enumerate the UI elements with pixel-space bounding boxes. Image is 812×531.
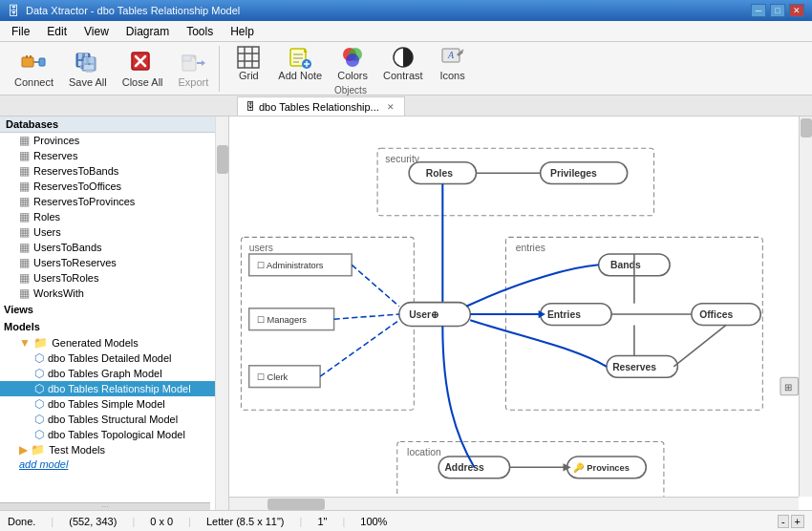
models-label: Models [4, 321, 40, 332]
save-all-button[interactable]: Save All [62, 48, 114, 90]
tab-close-button[interactable]: ✕ [387, 102, 395, 112]
contrast-button[interactable]: Contrast [376, 42, 430, 84]
grid-icon [235, 45, 262, 70]
svg-marker-22 [202, 60, 205, 66]
model-icon: ⬡ [34, 367, 44, 380]
item-label: dbo Tables Graph Model [48, 368, 162, 379]
folder-icon: ▼ 📁 [19, 336, 48, 350]
table-icon: ▦ [19, 271, 30, 285]
add-model-link[interactable]: add model [0, 457, 228, 471]
svg-text:☐ Clerk: ☐ Clerk [257, 372, 288, 382]
item-label: UsersToReserves [33, 257, 117, 268]
maximize-button[interactable]: □ [770, 4, 785, 17]
connect-icon [20, 50, 47, 76]
zoom-out-button[interactable]: - [778, 515, 789, 528]
scrollbar-thumb[interactable] [217, 145, 228, 174]
svg-text:🔑 Provinces: 🔑 Provinces [573, 462, 630, 474]
sidebar-item-dbo-relationship[interactable]: ⬡ dbo Tables Relationship Model [0, 381, 228, 396]
test-models-label: Test Models [49, 444, 105, 456]
sidebar-item-users[interactable]: ▦ Users [0, 224, 228, 240]
sidebar-item-reserves[interactable]: ▦ Reserves [0, 148, 228, 163]
vscrollbar-thumb[interactable] [801, 118, 812, 138]
diagram-vscrollbar[interactable] [799, 117, 812, 497]
svg-rect-1 [26, 55, 28, 58]
tab-dbo-rel[interactable]: 🗄 dbo Tables Relationship... ✕ [237, 96, 405, 116]
svg-text:Address: Address [444, 462, 484, 473]
status-message: Done. [8, 516, 35, 527]
icons-button[interactable]: A Icons [432, 42, 474, 84]
close-all-button[interactable]: Close All [116, 48, 170, 90]
svg-text:Entries: Entries [547, 309, 581, 320]
menu-diagram[interactable]: Diagram [118, 23, 177, 40]
diagram-hscrollbar[interactable] [229, 497, 799, 510]
menu-help[interactable]: Help [223, 23, 262, 40]
sidebar-resize-handle[interactable]: ⋯ [0, 502, 210, 510]
sidebar-item-reserves-to-provinces[interactable]: ▦ ReservesToProvinces [0, 194, 228, 209]
item-label: dbo Tables Simple Model [48, 398, 165, 410]
svg-text:Bands: Bands [610, 260, 641, 270]
svg-rect-0 [22, 57, 33, 67]
table-icon: ▦ [19, 225, 30, 239]
colors-icon [339, 45, 366, 70]
menu-bar: File Edit View Diagram Tools Help [0, 21, 812, 42]
model-icon: ⬡ [34, 382, 44, 395]
save-icon [75, 50, 101, 76]
table-icon: ▦ [19, 195, 30, 208]
svg-text:users: users [249, 243, 273, 253]
sidebar-item-workswith[interactable]: ▦ WorksWith [0, 286, 228, 301]
diagram-area: security users entries location Roles Pr… [229, 117, 812, 510]
generated-models-group[interactable]: ▼ 📁 Generated Models [0, 335, 228, 350]
connect-label: Connect [14, 76, 53, 88]
export-icon [180, 50, 206, 76]
status-scale: 1" [317, 516, 327, 527]
add-note-button[interactable]: Add Note [271, 42, 329, 84]
toolbar: Connect Save All [0, 42, 812, 96]
sidebar-item-dbo-simple[interactable]: ⬡ dbo Tables Simple Model [0, 396, 228, 412]
sidebar-item-dbo-structural[interactable]: ⬡ dbo Tables Structural Model [0, 412, 228, 427]
menu-tools[interactable]: Tools [179, 23, 221, 40]
status-zoom: 100% [360, 516, 387, 527]
sidebar-item-dbo-topological[interactable]: ⬡ dbo Tables Topological Model [0, 427, 228, 442]
menu-edit[interactable]: Edit [39, 23, 75, 40]
sidebar-item-users-to-roles[interactable]: ▦ UsersToRoles [0, 270, 228, 286]
tab-bar: 🗄 dbo Tables Relationship... ✕ [0, 96, 812, 117]
item-label: UsersToBands [33, 242, 102, 253]
status-coordinates: (552, 343) [69, 516, 117, 527]
sidebar-item-users-to-bands[interactable]: ▦ UsersToBands [0, 240, 228, 255]
model-icon: ⬡ [34, 397, 44, 411]
table-icon: ▦ [19, 210, 30, 223]
menu-view[interactable]: View [76, 23, 117, 40]
hscrollbar-thumb[interactable] [267, 499, 325, 510]
app-icon: 🗄 [8, 4, 20, 18]
sidebar-item-roles[interactable]: ▦ Roles [0, 209, 228, 224]
grid-button[interactable]: Grid [227, 42, 269, 84]
minimize-button[interactable]: ─ [751, 4, 766, 17]
sidebar-item-reserves-to-offices[interactable]: ▦ ReservesToOffices [0, 179, 228, 194]
status-dimensions: 0 x 0 [150, 516, 173, 527]
diagram-canvas[interactable]: security users entries location Roles Pr… [229, 117, 812, 510]
icons-icon: A [439, 45, 466, 70]
close-button[interactable]: ✕ [789, 4, 804, 17]
databases-label: Databases [6, 118, 58, 130]
svg-line-83 [673, 325, 726, 366]
sidebar-item-users-to-reserves[interactable]: ▦ UsersToReserves [0, 255, 228, 270]
sidebar-item-reserves-to-bands[interactable]: ▦ ReservesToBands [0, 163, 228, 179]
table-icon: ▦ [19, 256, 30, 269]
sidebar-item-provinces[interactable]: ▦ Provinces [0, 133, 228, 148]
item-label: Reserves [33, 150, 77, 161]
connect-button[interactable]: Connect [8, 48, 60, 90]
menu-file[interactable]: File [4, 23, 37, 40]
icons-label: Icons [439, 70, 464, 81]
zoom-in-button[interactable]: + [791, 515, 804, 528]
colors-button[interactable]: Colors [331, 42, 374, 84]
test-models-group[interactable]: ▶ 📁 Test Models [0, 442, 228, 457]
status-bar: Done. | (552, 343) | 0 x 0 | Letter (8.5… [0, 510, 812, 531]
svg-rect-4 [39, 58, 45, 66]
sidebar-item-dbo-detailed[interactable]: ⬡ dbo Tables Detailed Model [0, 350, 228, 366]
svg-text:⊞: ⊞ [784, 382, 792, 393]
model-icon: ⬡ [34, 351, 44, 365]
sidebar-scrollbar[interactable] [215, 117, 228, 510]
export-button[interactable]: Export [172, 48, 216, 90]
item-label: dbo Tables Topological Model [48, 429, 185, 440]
sidebar-item-dbo-graph[interactable]: ⬡ dbo Tables Graph Model [0, 366, 228, 381]
